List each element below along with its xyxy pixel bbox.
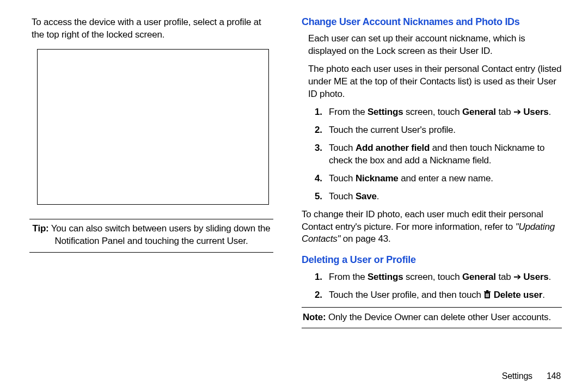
step-5: Touch Save. xyxy=(317,191,562,203)
note-label: Note: xyxy=(303,312,326,322)
svg-rect-4 xyxy=(484,291,491,292)
screenshot-placeholder xyxy=(37,49,269,205)
heading-delete-user: Deleting a User or Profile xyxy=(302,253,562,266)
step-2: Touch the User profile, and then touch D… xyxy=(317,289,562,302)
svg-rect-1 xyxy=(486,293,486,297)
page-footer: Settings148 xyxy=(502,370,561,382)
intro-paragraph: To access the device with a user profile… xyxy=(32,16,270,41)
para-nickname-1: Each user can set up their account nickn… xyxy=(308,33,562,58)
svg-rect-2 xyxy=(487,293,488,297)
tip-block: Tip: You can also switch between users b… xyxy=(29,219,273,253)
heading-change-nickname: Change User Account Nicknames and Photo … xyxy=(302,15,562,28)
step-3: Touch Add another field and then touch N… xyxy=(317,142,562,167)
page-number: 148 xyxy=(547,371,561,381)
steps-delete-user: From the Settings screen, touch General … xyxy=(317,271,562,302)
footer-section: Settings xyxy=(502,371,532,381)
para-id-photo: To change their ID photo, each user much… xyxy=(302,209,562,246)
manual-page: To access the device with a user profile… xyxy=(26,15,562,381)
tip-body: You can also switch between users by sli… xyxy=(49,223,271,246)
left-column: To access the device with a user profile… xyxy=(26,15,277,381)
tip-label: Tip: xyxy=(33,223,49,234)
note-block: Note: Only the Device Owner can delete o… xyxy=(302,307,562,328)
arrow-icon: ➔ xyxy=(513,272,521,282)
svg-rect-3 xyxy=(488,293,489,297)
step-1: From the Settings screen, touch General … xyxy=(317,271,562,284)
svg-rect-5 xyxy=(486,290,488,291)
step-1: From the Settings screen, touch General … xyxy=(317,106,562,119)
note-body: Only the Device Owner can delete other U… xyxy=(326,312,550,322)
steps-change-nickname: From the Settings screen, touch General … xyxy=(317,106,562,203)
para-nickname-2: The photo each user uses in their person… xyxy=(308,63,562,101)
right-column: Change User Account Nicknames and Photo … xyxy=(302,15,562,381)
step-2: Touch the current User's profile. xyxy=(317,124,562,137)
trash-icon xyxy=(483,290,491,299)
arrow-icon: ➔ xyxy=(513,107,521,117)
step-4: Touch Nickname and enter a new name. xyxy=(317,173,562,185)
